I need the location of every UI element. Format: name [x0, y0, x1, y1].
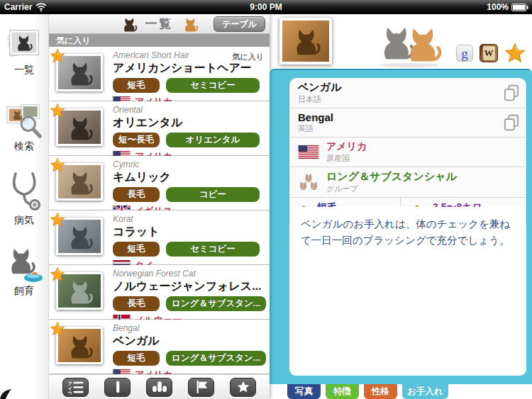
- group-label: グループ: [326, 184, 457, 194]
- breed-info-card: ベンガル 日本語 Bengal 英語: [289, 78, 526, 228]
- breed-detail-panel: g W ベンガル 日本語 Beng: [270, 14, 532, 399]
- body-type-filter-button[interactable]: [146, 378, 172, 397]
- tab-care[interactable]: お手入れ: [402, 384, 448, 399]
- wikipedia-w-glyph: W: [483, 46, 495, 60]
- detail-body: ベンガル 日本語 Bengal 英語: [270, 69, 532, 384]
- sidebar-item-search[interactable]: 検索: [0, 101, 48, 153]
- sidebar: 一覧 検索 病気: [0, 14, 48, 399]
- country-flag-icon: [113, 369, 131, 374]
- breed-name-ja: コラット: [113, 225, 270, 240]
- favorite-star-icon: [50, 103, 65, 121]
- detail-tabs: 写真 特徴 性格 お手入れ: [270, 384, 532, 399]
- sidebar-item-list[interactable]: 一覧: [0, 24, 48, 77]
- origin-flag-icon: [298, 145, 319, 159]
- breed-name-en: Oriental: [113, 105, 270, 115]
- breed-name-ja: ノルウェージャンフォレス...: [113, 279, 270, 294]
- cat-feeding-icon: [4, 242, 45, 283]
- breed-name-ja: アメリカンショートヘアー: [113, 61, 270, 76]
- kittens-image: [370, 16, 448, 67]
- favorites-filter-button[interactable]: [230, 378, 256, 397]
- favorite-star-icon: [50, 157, 65, 176]
- google-g-glyph: g: [461, 46, 468, 61]
- fur-badge: 短〜長毛: [113, 133, 160, 147]
- breed-row[interactable]: Korat コラット 短毛 セミコビー: [49, 210, 270, 265]
- body-badge: ロング＆サブスタン...: [166, 351, 266, 366]
- sidebar-item-care-label: 飼育: [14, 285, 34, 298]
- breed-row[interactable]: Cymric キムリック 長毛 コビー: [49, 156, 270, 210]
- fur-length-filter-button[interactable]: [104, 378, 131, 397]
- breed-name-ja: オリエンタル: [113, 116, 270, 130]
- google-search-button[interactable]: g: [456, 45, 473, 62]
- breed-list: 気に入り American Short Hair アメリカンショートヘアー 短毛…: [49, 47, 270, 374]
- breed-row[interactable]: 気に入り American Short Hair アメリカンショートヘアー 短毛…: [49, 47, 270, 101]
- breed-name-en: Norwegian Forest Cat: [113, 269, 270, 279]
- fur-badge: 短毛: [113, 242, 160, 257]
- page-title: 一覧: [145, 16, 174, 32]
- body-badge: セミコビー: [166, 242, 260, 257]
- fur-badge: 短毛: [113, 78, 160, 93]
- list-header: 一覧 テーブル: [49, 14, 270, 34]
- favorite-star-icon: [50, 266, 65, 285]
- app-window: Carrier 9:00 PM 100% 一: [0, 0, 532, 399]
- stethoscope-icon: [4, 170, 44, 213]
- breed-row[interactable]: Bengal ベンガル 短毛 ロング＆サブスタン...: [49, 320, 270, 374]
- orange-cat-icon: [181, 15, 199, 33]
- detail-name-ja-label: 日本語: [298, 94, 518, 105]
- detail-breed-photo[interactable]: [279, 18, 332, 64]
- favorites-section-header: 気に入り: [49, 34, 270, 47]
- wikipedia-button[interactable]: W: [480, 44, 498, 62]
- body-badge: コビー: [166, 187, 260, 202]
- sidebar-item-list-label: 一覧: [14, 64, 34, 77]
- origin-label: 原産国: [326, 153, 367, 164]
- favorite-star-icon: [50, 48, 65, 67]
- favorite-toggle-star[interactable]: [504, 43, 526, 64]
- svg-text:ウ: ウ: [67, 390, 72, 395]
- tab-features[interactable]: 特徴: [326, 384, 359, 399]
- body-badge: オリエンタル: [166, 133, 260, 147]
- breed-name-en: Korat: [113, 214, 270, 224]
- origin-row: アメリカ 原産国: [289, 137, 526, 167]
- group-row: ロング＆サブスタンシャル グループ: [289, 167, 526, 198]
- origin-country: アメリカ: [326, 140, 367, 153]
- copy-name-ja-button[interactable]: [502, 84, 521, 102]
- svg-text:ア: ア: [67, 381, 72, 386]
- name-ja-row: ベンガル 日本語: [289, 78, 526, 108]
- breed-name-ja: ベンガル: [113, 334, 270, 349]
- breed-row[interactable]: Oriental オリエンタル 短〜長毛 オリエンタル: [49, 101, 270, 156]
- breed-list-panel: 一覧 テーブル 気に入り 気に入り American Short Hair アメ…: [48, 14, 270, 399]
- breed-name-en: Cymric: [113, 159, 270, 169]
- body-badge: ロング＆サブスタン...: [166, 296, 266, 311]
- country-label: アメリカ: [135, 369, 172, 374]
- sidebar-item-search-label: 検索: [14, 140, 34, 153]
- breed-row[interactable]: Norwegian Forest Cat ノルウェージャンフォレス... 長毛 …: [49, 265, 270, 320]
- sidebar-item-care[interactable]: 飼育: [0, 242, 48, 298]
- table-view-button[interactable]: テーブル: [214, 16, 265, 32]
- copy-name-en-button[interactable]: [502, 113, 521, 132]
- detail-header: g W: [270, 14, 532, 69]
- favorite-star-icon: [50, 212, 65, 230]
- fur-badge: 長毛: [113, 187, 160, 202]
- sort-kana-button[interactable]: ア イ ウ: [62, 378, 89, 397]
- status-bar: Carrier 9:00 PM 100%: [0, 0, 532, 14]
- country-filter-button[interactable]: [188, 378, 214, 397]
- body-badge: セミコビー: [166, 78, 260, 93]
- detail-name-en-label: 英語: [298, 123, 518, 134]
- search-icon: [4, 101, 44, 139]
- fur-badge: 短毛: [113, 351, 160, 366]
- care-text-box: ベンガルのお手入れは、体のチェックを兼ねて一日一回のブラッシングで充分でしょう。: [289, 207, 526, 376]
- breed-name-ja: キムリック: [113, 170, 270, 185]
- favorite-tag: 気に入り: [232, 52, 264, 62]
- detail-name-en: Bengal: [298, 111, 518, 123]
- sidebar-item-disease[interactable]: 病気: [0, 170, 48, 227]
- group-name: ロング＆サブスタンシャル: [326, 170, 457, 184]
- decorative-cat-mark: [0, 389, 11, 399]
- name-en-row: Bengal 英語: [289, 108, 526, 137]
- tab-personality[interactable]: 性格: [364, 384, 397, 399]
- tab-photos[interactable]: 写真: [287, 384, 321, 399]
- clock-label: 9:00 PM: [0, 2, 532, 12]
- list-toolbar: ア イ ウ: [49, 374, 270, 399]
- favorite-star-icon: [50, 321, 65, 339]
- photo-stack-icon: [4, 24, 44, 62]
- detail-name-ja: ベンガル: [298, 81, 518, 94]
- sidebar-item-disease-label: 病気: [14, 214, 34, 227]
